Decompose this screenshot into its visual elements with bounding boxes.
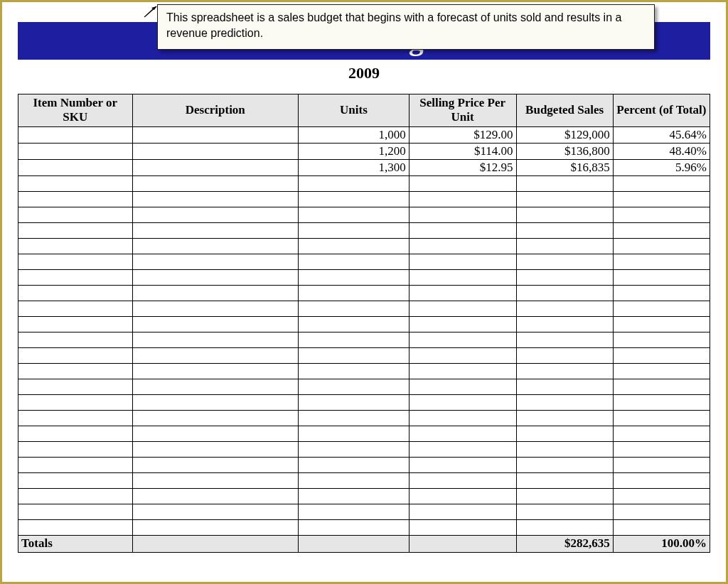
cell-empty[interactable] bbox=[516, 379, 613, 394]
cell-empty[interactable] bbox=[409, 504, 516, 519]
cell-empty[interactable] bbox=[18, 285, 133, 301]
cell-empty[interactable] bbox=[299, 441, 410, 457]
cell-empty[interactable] bbox=[613, 222, 710, 238]
cell-empty[interactable] bbox=[18, 379, 133, 394]
cell-empty[interactable] bbox=[613, 441, 710, 457]
cell-empty[interactable] bbox=[613, 472, 710, 488]
cell-empty[interactable] bbox=[132, 363, 299, 379]
cell-empty[interactable] bbox=[516, 472, 613, 488]
cell-units[interactable]: 1,200 bbox=[299, 143, 410, 159]
cell-empty[interactable] bbox=[18, 504, 133, 519]
cell-empty[interactable] bbox=[613, 285, 710, 301]
cell-empty[interactable] bbox=[516, 410, 613, 426]
cell-units[interactable]: 1,000 bbox=[299, 126, 410, 143]
cell-empty[interactable] bbox=[132, 457, 299, 472]
cell-empty[interactable] bbox=[132, 426, 299, 441]
cell-empty[interactable] bbox=[613, 269, 710, 285]
cell-empty[interactable] bbox=[409, 316, 516, 332]
cell-empty[interactable] bbox=[409, 285, 516, 301]
cell-sales[interactable]: $129,000 bbox=[516, 126, 613, 143]
cell-empty[interactable] bbox=[299, 254, 410, 269]
cell-empty[interactable] bbox=[613, 316, 710, 332]
cell-empty[interactable] bbox=[516, 363, 613, 379]
cell-empty[interactable] bbox=[516, 426, 613, 441]
cell-empty[interactable] bbox=[299, 394, 410, 410]
cell-desc[interactable] bbox=[132, 143, 299, 159]
cell-empty[interactable] bbox=[613, 457, 710, 472]
cell-empty[interactable] bbox=[409, 254, 516, 269]
cell-empty[interactable] bbox=[132, 254, 299, 269]
cell-empty[interactable] bbox=[409, 426, 516, 441]
cell-empty[interactable] bbox=[613, 504, 710, 519]
cell-empty[interactable] bbox=[18, 394, 133, 410]
cell-empty[interactable] bbox=[132, 519, 299, 535]
cell-empty[interactable] bbox=[299, 316, 410, 332]
cell-item[interactable] bbox=[18, 143, 133, 159]
cell-empty[interactable] bbox=[132, 441, 299, 457]
cell-empty[interactable] bbox=[409, 332, 516, 347]
cell-empty[interactable] bbox=[613, 191, 710, 207]
cell-empty[interactable] bbox=[516, 175, 613, 191]
cell-empty[interactable] bbox=[132, 394, 299, 410]
cell-empty[interactable] bbox=[18, 363, 133, 379]
cell-empty[interactable] bbox=[299, 379, 410, 394]
cell-empty[interactable] bbox=[613, 238, 710, 254]
cell-empty[interactable] bbox=[299, 472, 410, 488]
cell-empty[interactable] bbox=[132, 472, 299, 488]
cell-empty[interactable] bbox=[18, 222, 133, 238]
cell-empty[interactable] bbox=[132, 488, 299, 504]
cell-empty[interactable] bbox=[18, 488, 133, 504]
cell-empty[interactable] bbox=[132, 207, 299, 222]
cell-empty[interactable] bbox=[18, 457, 133, 472]
cell-price[interactable]: $12.95 bbox=[409, 159, 516, 175]
cell-empty[interactable] bbox=[132, 222, 299, 238]
cell-empty[interactable] bbox=[18, 175, 133, 191]
cell-empty[interactable] bbox=[18, 441, 133, 457]
cell-empty[interactable] bbox=[132, 285, 299, 301]
cell-empty[interactable] bbox=[613, 332, 710, 347]
cell-empty[interactable] bbox=[299, 488, 410, 504]
cell-empty[interactable] bbox=[299, 347, 410, 363]
cell-units[interactable]: 1,300 bbox=[299, 159, 410, 175]
cell-empty[interactable] bbox=[613, 394, 710, 410]
cell-percent[interactable]: 48.40% bbox=[613, 143, 710, 159]
cell-empty[interactable] bbox=[132, 269, 299, 285]
cell-empty[interactable] bbox=[409, 191, 516, 207]
cell-empty[interactable] bbox=[516, 504, 613, 519]
cell-percent[interactable]: 5.96% bbox=[613, 159, 710, 175]
cell-desc[interactable] bbox=[132, 126, 299, 143]
cell-empty[interactable] bbox=[409, 301, 516, 316]
cell-empty[interactable] bbox=[18, 269, 133, 285]
cell-empty[interactable] bbox=[299, 363, 410, 379]
cell-empty[interactable] bbox=[299, 175, 410, 191]
cell-empty[interactable] bbox=[409, 457, 516, 472]
cell-empty[interactable] bbox=[516, 488, 613, 504]
cell-empty[interactable] bbox=[516, 519, 613, 535]
cell-empty[interactable] bbox=[132, 238, 299, 254]
cell-empty[interactable] bbox=[299, 410, 410, 426]
cell-empty[interactable] bbox=[299, 222, 410, 238]
cell-empty[interactable] bbox=[516, 238, 613, 254]
cell-empty[interactable] bbox=[18, 191, 133, 207]
cell-empty[interactable] bbox=[409, 363, 516, 379]
cell-empty[interactable] bbox=[132, 191, 299, 207]
cell-empty[interactable] bbox=[299, 238, 410, 254]
cell-empty[interactable] bbox=[516, 191, 613, 207]
cell-empty[interactable] bbox=[516, 457, 613, 472]
cell-empty[interactable] bbox=[409, 269, 516, 285]
cell-empty[interactable] bbox=[516, 254, 613, 269]
cell-desc[interactable] bbox=[132, 159, 299, 175]
cell-empty[interactable] bbox=[516, 332, 613, 347]
cell-empty[interactable] bbox=[132, 410, 299, 426]
cell-empty[interactable] bbox=[18, 472, 133, 488]
cell-empty[interactable] bbox=[299, 457, 410, 472]
cell-empty[interactable] bbox=[516, 222, 613, 238]
cell-empty[interactable] bbox=[409, 175, 516, 191]
cell-empty[interactable] bbox=[516, 316, 613, 332]
cell-empty[interactable] bbox=[299, 519, 410, 535]
cell-empty[interactable] bbox=[409, 222, 516, 238]
cell-empty[interactable] bbox=[516, 285, 613, 301]
cell-item[interactable] bbox=[18, 159, 133, 175]
cell-empty[interactable] bbox=[18, 426, 133, 441]
cell-empty[interactable] bbox=[299, 269, 410, 285]
